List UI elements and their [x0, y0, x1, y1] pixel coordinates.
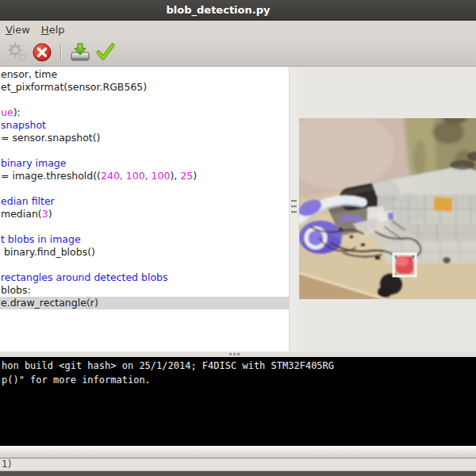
code-line[interactable]: = image.threshold((240, 100, 100), 25)	[0, 170, 289, 182]
code-line[interactable]: binary.find_blobs()	[0, 246, 289, 259]
code-line[interactable]: binary image	[0, 157, 289, 170]
splitter-grip	[233, 353, 236, 355]
frame-buffer-pane	[298, 67, 476, 351]
code-line[interactable]	[0, 144, 289, 157]
code-line[interactable]: blobs:	[0, 284, 289, 297]
stop-button[interactable]	[29, 40, 55, 64]
camera-preview-image	[299, 118, 476, 299]
code-line[interactable]	[0, 94, 289, 106]
code-line[interactable]	[0, 259, 289, 271]
code-line-current[interactable]: e.draw_rectangle(r)	[0, 297, 289, 309]
code-line[interactable]: median(3)	[0, 208, 289, 221]
run-check-button[interactable]	[93, 40, 118, 64]
code-line[interactable]: ue):	[0, 106, 289, 119]
code-line[interactable]: rectangles around detected blobs	[0, 271, 289, 284]
splitter-grip	[291, 205, 297, 208]
status-bar: 1)	[0, 458, 476, 471]
save-to-drive-icon	[69, 41, 91, 63]
vertical-splitter[interactable]	[289, 67, 298, 351]
menu-item-help[interactable]: Help	[38, 24, 68, 36]
code-line[interactable]: = sensor.snapshot()	[0, 132, 289, 144]
terminal-line: hon build <git hash> on 25/1/2014; F4DIS…	[2, 359, 476, 373]
stop-icon	[32, 42, 52, 63]
splitter-grip	[291, 200, 297, 202]
save-to-drive-button[interactable]	[67, 40, 93, 64]
gears-icon	[5, 41, 29, 63]
code-line[interactable]	[0, 182, 289, 195]
settings-button[interactable]	[4, 40, 29, 64]
menu-bar: ViewHelp	[0, 21, 476, 38]
serial-terminal[interactable]: hon build <git hash> on 25/1/2014; F4DIS…	[0, 357, 476, 446]
code-area[interactable]: ensor, timeet_pixformat(sensor.RGB565)ue…	[0, 68, 289, 309]
menu-item-view[interactable]: View	[2, 24, 33, 36]
splitter-grip	[229, 353, 232, 355]
splitter-grip	[237, 353, 240, 355]
horizontal-splitter[interactable]	[0, 351, 476, 357]
code-line[interactable]: et_pixformat(sensor.RGB565)	[0, 81, 289, 94]
bottom-panel-strip	[0, 446, 476, 458]
window-title: blob_detection.py	[0, 4, 436, 16]
code-line[interactable]: ensor, time	[0, 68, 289, 81]
code-line[interactable]: edian filter	[0, 195, 289, 208]
window-bottom-edge	[0, 471, 476, 476]
toolbar	[0, 38, 476, 67]
splitter-grip	[291, 211, 297, 213]
code-line[interactable]	[0, 221, 289, 233]
title-bar[interactable]: blob_detection.py	[0, 0, 476, 21]
code-editor[interactable]: ensor, timeet_pixformat(sensor.RGB565)ue…	[0, 67, 289, 351]
code-line[interactable]: snapshot	[0, 119, 289, 132]
status-text: 1)	[2, 459, 11, 470]
code-line[interactable]: t blobs in image	[0, 233, 289, 246]
terminal-line: p()" for more information.	[2, 373, 476, 387]
run-check-icon	[94, 42, 117, 63]
toolbar-separator	[60, 44, 62, 61]
